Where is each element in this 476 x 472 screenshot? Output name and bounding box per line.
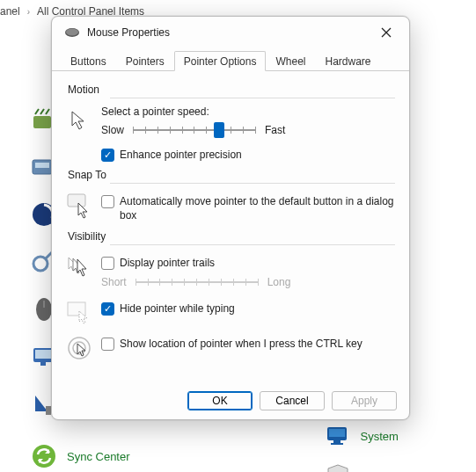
svg-rect-10	[40, 362, 46, 366]
pointer-trails-icon	[66, 254, 92, 280]
mouse-icon	[64, 27, 80, 38]
group-motion-label: Motion	[66, 84, 395, 96]
cp-item-label: Sync Center	[67, 450, 130, 463]
pointer-speed-icon	[66, 107, 92, 134]
divider	[110, 183, 395, 184]
cp-item-label: System	[361, 430, 399, 443]
svg-point-4	[33, 257, 48, 271]
svg-rect-16	[331, 443, 343, 445]
hide-typing-label[interactable]: Hide pointer while typing	[120, 301, 235, 316]
snapto-label[interactable]: Automatically move pointer to the defaul…	[120, 194, 395, 222]
dialog-title: Mouse Properties	[87, 26, 370, 39]
ctrl-locate-checkbox[interactable]	[101, 338, 114, 351]
svg-rect-2	[35, 163, 49, 168]
tab-wheel[interactable]: Wheel	[266, 51, 315, 71]
long-label: Long	[267, 276, 291, 288]
apply-button[interactable]: Apply	[332, 391, 397, 410]
svg-point-12	[33, 445, 55, 468]
svg-rect-9	[35, 350, 51, 359]
group-snapto-label: Snap To	[66, 169, 395, 181]
defender-icon	[324, 462, 352, 472]
trails-checkbox[interactable]	[101, 257, 114, 270]
cp-item-sync-center[interactable]: Sync Center	[30, 422, 130, 472]
svg-rect-15	[333, 440, 341, 443]
group-visibility-label: Visibility	[66, 230, 395, 243]
titlebar[interactable]: Mouse Properties	[52, 17, 409, 48]
svg-rect-0	[33, 116, 51, 128]
slow-label: Slow	[101, 124, 124, 136]
cp-item-system[interactable]: System	[324, 422, 458, 450]
divider	[110, 98, 395, 98]
ctrl-locate-icon	[66, 335, 92, 361]
fast-label: Fast	[265, 124, 285, 136]
tab-body: Motion Select a pointer speed: Slow Fast	[52, 71, 409, 375]
trails-slider	[135, 273, 259, 291]
enhance-precision-label[interactable]: Enhance pointer precision	[120, 148, 242, 162]
snapto-checkbox[interactable]	[101, 195, 114, 208]
breadcrumb-seg1[interactable]: anel	[0, 5, 20, 18]
tab-strip: Buttons Pointers Pointer Options Wheel H…	[52, 48, 409, 71]
ok-button[interactable]: OK	[187, 391, 253, 410]
close-icon	[381, 27, 392, 38]
mouse-properties-dialog: Mouse Properties Buttons Pointers Pointe…	[51, 16, 410, 420]
hide-pointer-icon	[66, 300, 92, 326]
cp-item-defender[interactable]: Windows Defender	[324, 462, 458, 472]
pointer-speed-label: Select a pointer speed:	[101, 105, 395, 118]
chevron-right-icon: ›	[27, 7, 30, 17]
snapto-icon	[66, 192, 92, 219]
tab-pointers[interactable]: Pointers	[116, 51, 174, 71]
tab-buttons[interactable]: Buttons	[61, 51, 116, 71]
hide-typing-checkbox[interactable]: ✓	[101, 302, 114, 316]
divider	[110, 244, 395, 245]
sync-icon	[30, 442, 58, 470]
close-button[interactable]	[370, 20, 402, 45]
trails-label[interactable]: Display pointer trails	[120, 256, 215, 270]
svg-rect-19	[68, 194, 85, 207]
short-label: Short	[101, 276, 127, 288]
tab-pointer-options[interactable]: Pointer Options	[174, 51, 267, 71]
pointer-speed-slider[interactable]	[133, 121, 256, 139]
svg-point-18	[66, 29, 78, 36]
dialog-button-bar: OK Cancel Apply	[187, 391, 397, 410]
ctrl-locate-label[interactable]: Show location of pointer when I press th…	[120, 337, 362, 351]
svg-rect-20	[68, 302, 85, 316]
cancel-button[interactable]: Cancel	[260, 391, 325, 410]
tab-hardware[interactable]: Hardware	[315, 51, 380, 71]
slider-thumb[interactable]	[214, 122, 224, 138]
enhance-precision-checkbox[interactable]: ✓	[101, 149, 114, 162]
svg-rect-14	[329, 429, 345, 437]
system-icon	[324, 422, 352, 450]
